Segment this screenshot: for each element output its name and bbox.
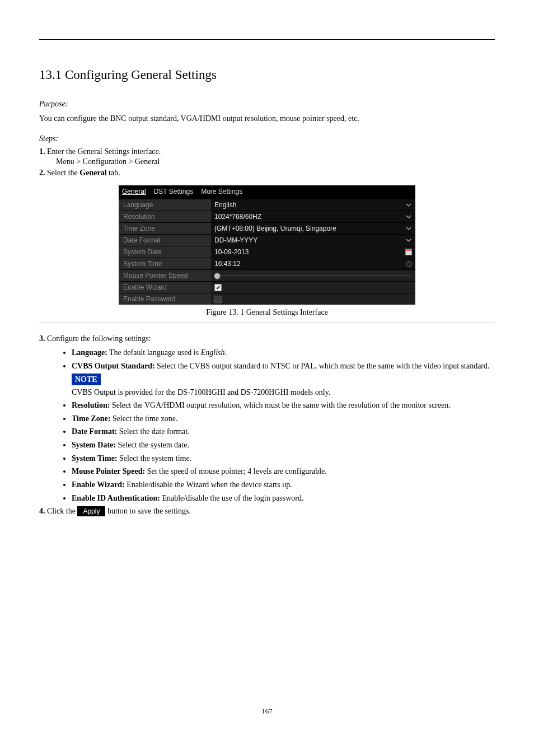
list-item: Time Zone: Select the time zone. [72,413,495,425]
label-language: Language [119,199,211,211]
input-system-date[interactable]: 10-09-2013 [211,246,415,258]
chevron-down-icon [405,237,412,244]
label-enable-password: Enable Password [119,293,211,305]
step-number: 3. [39,334,45,343]
header-rule [39,39,495,40]
step-number: 4. [39,507,45,515]
purpose-body: You can configure the BNC output standar… [39,113,495,125]
tab-general[interactable]: General [122,186,146,197]
page-number: 167 [39,707,495,716]
label-system-date: System Date [119,246,211,258]
label-resolution: Resolution [119,211,211,222]
list-item: Language: The default language used is E… [72,347,495,359]
note-body: CVBS Output is provided for the DS-7100H… [72,386,495,398]
tab-dst-settings[interactable]: DST Settings [154,186,193,197]
chevron-down-icon [405,202,412,208]
label-system-time: System Time [119,258,211,269]
select-resolution[interactable]: 1024*768/60HZ [211,211,415,222]
list-item: System Date: Select the system date. [72,439,495,451]
list-item: Mouse Pointer Speed: Set the speed of mo… [72,465,495,478]
list-item: Date Format: Select the date format. [72,426,495,438]
list-item: Enable ID Authentication: Enable/disable… [72,492,495,505]
divider [39,323,495,323]
calendar-icon [405,249,412,255]
input-system-time[interactable]: 16:43:12 [211,258,415,269]
purpose-label: Purpose: [39,100,68,108]
clock-icon [405,260,412,267]
tab-more-settings[interactable]: More Settings [201,186,242,197]
note-label: NOTE [72,374,101,385]
step-text: Click the Apply button to save the setti… [47,507,191,515]
label-enable-wizard: Enable Wizard [119,282,211,293]
slider-mouse-speed[interactable] [217,275,411,276]
chevron-down-icon [405,225,412,232]
figure-caption: Figure 13. 1 General Settings Interface [39,308,495,317]
step-number: 2. [39,169,45,177]
label-mouse-speed: Mouse Pointer Speed [119,270,211,281]
list-item: Resolution: Select the VGA/HDMI output r… [72,399,495,412]
apply-button[interactable]: Apply [77,506,105,516]
slider-knob[interactable] [214,273,221,279]
step-text: Enter the General Settings interface. [47,147,161,156]
select-time-zone[interactable]: (GMT+08:00) Beijing, Urumqi, Singapore [211,223,415,234]
settings-panel: General DST Settings More Settings Langu… [119,185,415,305]
label-time-zone: Time Zone [119,223,211,234]
select-date-format[interactable]: DD-MM-YYYY [211,235,415,246]
list-item: Enable Wizard: Enable/disable the Wizard… [72,479,495,491]
step-number: 1. [39,147,45,156]
step-text: Select the General tab. [47,169,120,177]
label-date-format: Date Format [119,235,211,246]
list-item: CVBS Output Standard: Select the CVBS ou… [72,360,495,372]
chevron-down-icon [405,213,412,220]
steps-label: Steps: [39,134,58,143]
select-language[interactable]: English [211,199,415,211]
list-item: System Time: Select the system time. [72,452,495,465]
section-heading: 13.1 Configuring General Settings [39,68,495,82]
checkbox-enable-password[interactable] [214,296,222,303]
menu-path: Menu > Configuration > General [56,157,495,166]
step-text: Configure the following settings: [47,334,151,343]
checkbox-enable-wizard[interactable]: ✔ [214,284,222,291]
